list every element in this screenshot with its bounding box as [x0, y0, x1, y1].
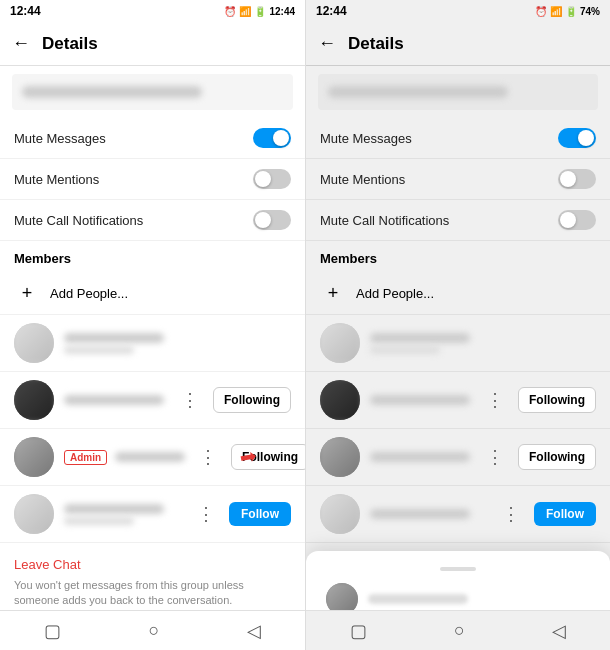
mute-calls-toggle-right[interactable] — [558, 210, 596, 230]
mute-mentions-row-left: Mute Mentions — [0, 159, 305, 200]
triangle-icon-left[interactable]: ◁ — [247, 620, 261, 642]
header-left: ← Details — [0, 22, 305, 66]
mute-messages-label-left: Mute Messages — [14, 131, 106, 146]
mute-messages-row-left: Mute Messages — [0, 118, 305, 159]
signal-icon-right: 📶 — [550, 6, 562, 17]
battery-percent: 12:44 — [269, 6, 295, 17]
member-info-4-left — [64, 504, 183, 525]
member-info-2-right — [370, 395, 472, 405]
member-info-4-right — [370, 509, 488, 519]
mute-calls-row-left: Mute Call Notifications — [0, 200, 305, 241]
three-dots-2-left[interactable]: ⋮ — [177, 385, 203, 415]
following-button-3-left[interactable]: Following — [231, 444, 305, 470]
header-right: ← Details — [306, 22, 610, 66]
status-bar-right: 12:44 ⏰ 📶 🔋 74% — [306, 0, 610, 22]
member-info-1-right — [370, 333, 596, 354]
mute-calls-label-right: Mute Call Notifications — [320, 213, 449, 228]
content-right: Mute Messages Mute Mentions Mute Call No… — [306, 66, 610, 610]
member-row-1-left — [0, 315, 305, 372]
bottom-nav-left: ▢ ○ ◁ — [0, 610, 305, 650]
member-row-3-right: ⋮ Following — [306, 429, 610, 486]
status-bar-left: 12:44 ⏰ 📶 🔋 12:44 — [0, 0, 305, 22]
avatar-4-right — [320, 494, 360, 534]
admin-badge-left: Admin — [64, 450, 107, 465]
mute-mentions-toggle-right[interactable] — [558, 169, 596, 189]
sheet-avatar — [326, 583, 358, 610]
mute-messages-toggle-right[interactable] — [558, 128, 596, 148]
member-row-1-right — [306, 315, 610, 372]
blurred-name-text — [22, 86, 202, 98]
square-icon-left[interactable]: ▢ — [44, 620, 61, 642]
avatar-4-left — [14, 494, 54, 534]
three-dots-4-left[interactable]: ⋮ — [193, 499, 219, 529]
three-dots-3-left[interactable]: ⋮ — [195, 442, 221, 472]
following-button-2-left[interactable]: Following — [213, 387, 291, 413]
sheet-handle — [440, 567, 476, 571]
mute-messages-label-right: Mute Messages — [320, 131, 412, 146]
time-left: 12:44 — [10, 4, 41, 18]
follow-button-4-right[interactable]: Follow — [534, 502, 596, 526]
back-button-right[interactable]: ← — [318, 33, 336, 54]
content-left: Mute Messages Mute Mentions Mute Call No… — [0, 66, 305, 610]
member-info-3-left: Admin — [64, 450, 185, 465]
following-button-2-right[interactable]: Following — [518, 387, 596, 413]
add-icon-right: + — [320, 280, 346, 306]
mute-calls-toggle-left[interactable] — [253, 210, 291, 230]
right-panel: 12:44 ⏰ 📶 🔋 74% ← Details Mute Messages … — [305, 0, 610, 650]
left-panel: 12:44 ⏰ 📶 🔋 12:44 ← Details Mute Message… — [0, 0, 305, 650]
add-icon-left: + — [14, 280, 40, 306]
sheet-container: Restrict Block Report — [306, 543, 610, 610]
circle-icon-right[interactable]: ○ — [454, 620, 465, 641]
battery-icon-right: 🔋 — [565, 6, 577, 17]
mute-mentions-row-right: Mute Mentions — [306, 159, 610, 200]
member-row-4-right: ⋮ Follow — [306, 486, 610, 543]
add-people-label-right: Add People... — [356, 286, 434, 301]
sheet-header — [306, 583, 610, 610]
leave-chat-left[interactable]: Leave Chat — [0, 543, 305, 578]
mute-mentions-label-right: Mute Mentions — [320, 172, 405, 187]
status-icons-left: ⏰ 📶 🔋 12:44 — [224, 6, 295, 17]
battery-percent-right: 74% — [580, 6, 600, 17]
member-row-2-right: ⋮ Following — [306, 372, 610, 429]
members-section-left: Members — [0, 241, 305, 272]
signal-icon: 📶 — [239, 6, 251, 17]
mute-calls-row-right: Mute Call Notifications — [306, 200, 610, 241]
back-button-left[interactable]: ← — [12, 33, 30, 54]
mute-calls-label-left: Mute Call Notifications — [14, 213, 143, 228]
following-button-3-right[interactable]: Following — [518, 444, 596, 470]
circle-icon-left[interactable]: ○ — [149, 620, 160, 641]
avatar-3-left — [14, 437, 54, 477]
mute-messages-row-right: Mute Messages — [306, 118, 610, 159]
alarm-icon: ⏰ — [224, 6, 236, 17]
add-people-label-left: Add People... — [50, 286, 128, 301]
group-name-right — [318, 74, 598, 110]
avatar-3-right — [320, 437, 360, 477]
sheet-name-blurred — [368, 594, 468, 604]
member-row-4-left: ⋮ Follow — [0, 486, 305, 543]
add-people-row-right[interactable]: + Add People... — [306, 272, 610, 315]
three-dots-4-right[interactable]: ⋮ — [498, 499, 524, 529]
avatar-2-left — [14, 380, 54, 420]
follow-button-4-left[interactable]: Follow — [229, 502, 291, 526]
page-title-right: Details — [348, 34, 404, 54]
triangle-icon-right[interactable]: ◁ — [552, 620, 566, 642]
member-info-2-left — [64, 395, 167, 405]
square-icon-right[interactable]: ▢ — [350, 620, 367, 642]
avatar-2-right — [320, 380, 360, 420]
three-dots-2-right[interactable]: ⋮ — [482, 385, 508, 415]
avatar-1-right — [320, 323, 360, 363]
mute-messages-toggle-left[interactable] — [253, 128, 291, 148]
blurred-name-text-right — [328, 86, 508, 98]
leave-desc-left: You won't get messages from this group u… — [0, 578, 305, 610]
page-title-left: Details — [42, 34, 98, 54]
add-people-row-left[interactable]: + Add People... — [0, 272, 305, 315]
bottom-sheet: Restrict Block Report — [306, 551, 610, 610]
group-name-left — [12, 74, 293, 110]
alarm-icon-right: ⏰ — [535, 6, 547, 17]
three-dots-3-right[interactable]: ⋮ — [482, 442, 508, 472]
member-row-3-left: Admin ⋮ Following ➡ — [0, 429, 305, 486]
avatar-1-left — [14, 323, 54, 363]
mute-mentions-toggle-left[interactable] — [253, 169, 291, 189]
bottom-nav-right: ▢ ○ ◁ — [306, 610, 610, 650]
mute-mentions-label-left: Mute Mentions — [14, 172, 99, 187]
